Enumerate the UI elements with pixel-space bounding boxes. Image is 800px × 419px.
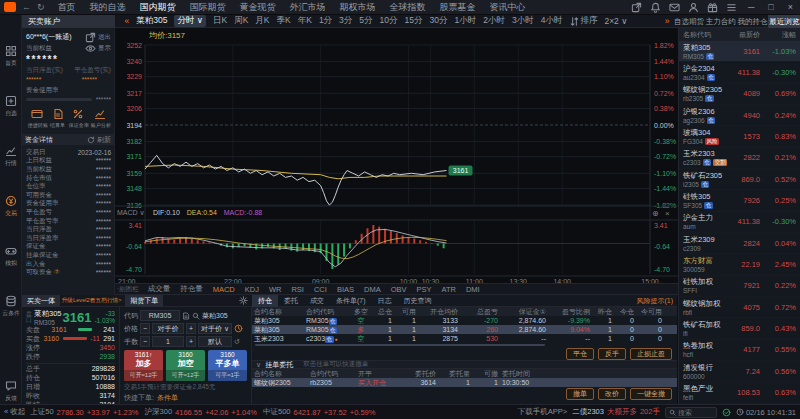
collapse-pending-icon[interactable]: ∨ [256,361,261,369]
反手-button[interactable]: 反手 [598,348,626,360]
nav-item-首页[interactable]: 首页 [58,1,76,14]
price-type-select[interactable]: 对手价 ∨ [198,323,232,334]
upgrade-level2-link[interactable]: 升级Level2看五档行情> [62,296,122,305]
intraday-chart-svg[interactable]: 32521.82%32401.44%32291.10%32170.72%3206… [115,28,678,283]
period-3分[interactable]: 3分 [339,15,352,27]
gear-icon[interactable] [239,296,248,305]
watchlist-row[interactable]: 螺纹钢加权rbfi40750.72% [679,297,800,318]
period-1分[interactable]: 1分 [319,15,332,27]
tab-trade-account[interactable]: 买卖账户 [22,15,115,28]
trade-tab-历史查询[interactable]: 历史查询 [398,295,438,307]
nav-item-国际期货[interactable]: 国际期货 [190,1,226,14]
indicator-tab-MACD[interactable]: MACD [213,285,235,294]
watchlist-row[interactable]: 铁矿石2305i2305仓869.00.52% [679,169,800,190]
nav-item-全球指数[interactable]: 全球指数 [390,1,426,14]
back-icon[interactable]: ← [22,2,31,12]
close-button[interactable]: × [788,2,793,12]
便捷转账-button[interactable]: 便捷转账 [26,108,48,130]
period-2小时[interactable]: 2小时 [483,15,505,27]
intraday-chart-area[interactable]: 32521.82%32401.44%32291.10%32170.72%3206… [115,28,678,283]
period-分时[interactable]: 分时 ∨ [174,15,206,27]
watchlist-row[interactable]: 玉米2303c2303仓交割28220.21% [679,148,800,169]
indicator-tab-CCI[interactable]: CCI [314,285,327,294]
账户分析-button[interactable]: 账户分析 [89,108,111,130]
period-15分[interactable]: 15分 [405,15,423,27]
pending-order-row[interactable]: 螺纹钢2305rb2305买入开仓36141110:30:50 [252,378,677,387]
indicator-tab-DMI[interactable]: DMI [466,285,480,294]
watchlist-row[interactable]: 浦发银行6000007.240.56% [679,361,800,382]
global-search[interactable] [665,407,717,418]
period-1小时[interactable]: 1小时 [454,15,476,27]
watch-tab-自选期货[interactable]: 自选期货 [673,15,705,28]
tab-quote-board[interactable]: 买卖一体 [22,295,60,307]
indicator-tab-KDJ[interactable]: KDJ [245,285,259,294]
collapse-sidebar-button[interactable]: « 收起 [4,407,25,417]
period-周K[interactable]: 周K [234,15,248,27]
collapse-toolbar-icon[interactable]: « [125,16,130,26]
period-年K[interactable]: 年K [298,15,312,27]
search-icon[interactable] [192,312,200,320]
indicator-tab-OBV[interactable]: OBV [391,285,407,294]
indicator-tab-持仓量[interactable]: 持仓量 [180,284,203,294]
watchlist-row[interactable]: 螺纹钢2305rb2305仓40890.69% [679,84,800,105]
period-30分[interactable]: 30分 [430,15,448,27]
period-季K[interactable]: 季K [277,15,291,27]
download-app-link[interactable]: 下载手机APP> [518,407,567,417]
horizontal-scrollbar[interactable] [255,344,545,346]
period-5分[interactable]: 5分 [359,15,372,27]
price-plus-button[interactable]: + [186,323,196,334]
trade-tab-日志[interactable]: 日志 [372,295,398,307]
price-minus-button[interactable]: − [140,323,150,334]
indicator-tab-WR[interactable]: WR [269,285,282,294]
sidebar-item-交易[interactable]: 交易 [0,195,22,218]
user-icon[interactable] [688,2,699,13]
order-button-加多[interactable]: 3161↑加多可开≈12手 [124,350,163,381]
nav-item-外汇市场[interactable]: 外汇市场 [290,1,326,14]
period-10分[interactable]: 10分 [380,15,398,27]
position-row[interactable]: 菜粕305RM305仓多1131342602,874.609.04%100 [252,325,677,334]
watchlist-row[interactable]: 硅铁305SF305仓79260.25% [679,190,800,211]
sidebar-item-云条件[interactable]: 云条件 [0,295,22,318]
indicator-tab-DMA[interactable]: DMA [364,285,381,294]
watchlist-row[interactable]: 硅铁加权SFFI79210.22% [679,276,800,297]
macd-indicator-label[interactable]: MACD ∨ [117,209,145,217]
period-月K[interactable]: 月K [255,15,269,27]
indicator-tab-ATR[interactable]: ATR [442,285,456,294]
mail-icon[interactable] [669,2,680,13]
watchlist-row[interactable]: 沪银2306ag2306仓49400.24% [679,105,800,126]
sort-button[interactable]: 排序 [569,15,597,27]
改价-button[interactable]: 改价 [598,388,626,400]
trade-tab-成交[interactable]: 成交 [304,295,330,307]
reset-icon[interactable]: ↺ [234,338,240,346]
nav-item-股票基金[interactable]: 股票基金 [440,1,476,14]
order-button-加空[interactable]: 3160加空可开≈12手 [166,350,205,381]
nav-item-国内期货[interactable]: 国内期货 [140,1,176,14]
share-icon[interactable] [631,2,642,13]
sidebar-item-自选[interactable]: 自选 [0,95,22,118]
nav-item-期权市场[interactable]: 期权市场 [340,1,376,14]
nav-item-黄金现货[interactable]: 黄金现货 [240,1,276,14]
show-equity-toggle[interactable]: 显示 [85,43,111,54]
sidebar-item-模拟[interactable]: 模拟 [0,245,22,268]
trade-tab-委托[interactable]: 委托 [278,295,304,307]
sidebar-item-行情[interactable]: 行情 [0,145,22,168]
watch-tab-主力合约[interactable]: 主力合约 [705,15,737,28]
indicator-tab-RSI[interactable]: RSI [291,285,304,294]
gift-icon[interactable] [707,2,718,13]
alarm-clock-icon[interactable] [234,324,243,333]
order-button-平多单[interactable]: 3160平多单可平≈1手 [208,350,247,381]
logout-button[interactable]: 退出 [85,32,111,43]
nav-item-资讯中心[interactable]: 资讯中心 [490,1,526,14]
bell-icon[interactable] [650,2,661,13]
trade-tab-持仓[interactable]: 持仓 [252,295,278,307]
more-periods-icon[interactable]: » [665,16,670,26]
保证金率-button[interactable]: 保证金率 [67,108,89,130]
refresh-funds-button[interactable]: 刷新 [87,135,111,145]
watchlist-row[interactable]: 玻璃304FG304风险15730.83% [679,126,800,147]
watchlist-row[interactable]: 沪金2304au2304仓411.38-0.30% [679,62,800,83]
qty-plus-button[interactable]: + [186,336,196,347]
watchlist-row[interactable]: 菜粕305RM305仓3161-1.03% [679,41,800,62]
qty-minus-button[interactable]: − [140,336,150,347]
indicator-tab-BIAS[interactable]: BIAS [337,285,354,294]
撤单-button[interactable]: 撤单 [566,388,594,400]
